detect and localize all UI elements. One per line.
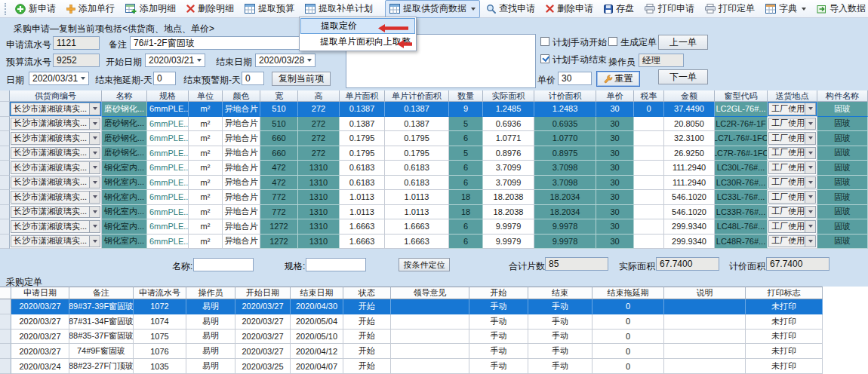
filter-spec-input[interactable] — [306, 258, 366, 271]
column-header-领导意见[interactable]: 领导意见 — [391, 287, 469, 299]
delivery-location-combo[interactable]: 工厂使用 — [768, 147, 816, 160]
start-date-combo[interactable]: 2020/03/21 — [145, 54, 205, 67]
end-delay-field[interactable]: 0 — [153, 72, 176, 85]
delivery-location-combo[interactable]: 工厂使用 — [768, 161, 816, 174]
supplier-combo[interactable]: 长沙市潇湘玻璃实... — [11, 220, 100, 233]
column-header-结束日期[interactable]: 结束日期 — [291, 287, 343, 299]
table-row[interactable]: 长沙市潇湘玻璃实...钢化室内...6mmPLE...m²异地合片7721310… — [0, 205, 868, 220]
next-order-button[interactable]: 下一单 — [658, 69, 708, 84]
supplier-combo[interactable]: 长沙市潇湘玻璃实... — [11, 191, 100, 204]
supplier-combo[interactable]: 长沙市潇湘玻璃实... — [11, 176, 100, 189]
reset-button[interactable]: 重置 — [596, 71, 640, 87]
toolbar-button-存盘[interactable]: 存盘 — [599, 0, 639, 18]
column-header-单片计价面积[interactable]: 单片计价面积 — [385, 90, 449, 102]
delivery-location-combo[interactable]: 工厂使用 — [768, 132, 816, 145]
column-header-状态[interactable]: 状态 — [343, 287, 391, 299]
row-selector[interactable] — [0, 219, 10, 235]
row-selector[interactable] — [0, 176, 10, 191]
column-header-构件名称[interactable]: 构件名称 — [817, 90, 868, 102]
toolbar-button-打印定单[interactable]: 打印定单 — [700, 0, 759, 18]
filter-name-input[interactable] — [193, 258, 254, 271]
generate-order-checkbox[interactable] — [608, 37, 617, 46]
toolbar-button-导入数据[interactable]: 导入数据 — [812, 0, 868, 18]
toolbar-button-打印申请[interactable]: 打印申请 — [640, 0, 699, 18]
column-header-结束拖延期[interactable]: 结束拖延期 — [593, 287, 664, 299]
row-selector[interactable] — [0, 190, 10, 205]
toolbar-button-提取供货商数据[interactable]: 提取供货商数据 — [385, 0, 480, 18]
prev-order-button[interactable]: 上一单 — [658, 35, 708, 50]
row-selector[interactable] — [0, 131, 10, 146]
toolbar-button-查找申请[interactable]: 查找申请 — [482, 0, 540, 18]
table-row[interactable]: 2020/03/2488#23-27F门顶玻1035易明2020/03/2520… — [0, 359, 868, 374]
end-warn-field[interactable]: 0 — [242, 72, 264, 85]
date-combo[interactable]: 2020/03/31 — [29, 72, 89, 85]
table-row[interactable]: 2020/03/2789#37-39F窗固玻1072易明2020/03/2720… — [0, 299, 868, 314]
column-header-数量[interactable]: 数量 — [449, 90, 483, 102]
row-selector[interactable] — [0, 205, 10, 220]
supplier-combo[interactable]: 长沙市潇湘玻璃实... — [11, 132, 100, 145]
row-selector[interactable] — [0, 235, 10, 250]
delivery-location-combo[interactable]: 工厂使用 — [768, 103, 816, 115]
table-row[interactable]: 2020/03/2774#9F窗固玻1076易明2020/03/272020/0… — [0, 344, 868, 359]
column-header-税率[interactable]: 税率 — [634, 90, 664, 102]
toolbar-button-删除明细[interactable]: 删除明细 — [182, 0, 239, 18]
column-header-说明[interactable]: 说明 — [664, 287, 746, 299]
table-row[interactable]: 长沙市潇湘玻璃实...磨砂钢化...6mmPLE...m²异地合片5102720… — [0, 117, 868, 132]
table-row[interactable]: 长沙市潇湘玻璃实...钢化室内...6mmPLE...m²异地合片1272131… — [0, 219, 868, 235]
delivery-location-combo[interactable]: 工厂使用 — [768, 176, 816, 189]
plan-manual-start-checkbox[interactable] — [540, 37, 549, 46]
column-header-操作员[interactable]: 操作员 — [186, 287, 235, 299]
plan-manual-end-checkbox[interactable] — [540, 54, 549, 63]
delivery-location-combo[interactable]: 工厂使用 — [768, 206, 816, 219]
supplier-combo[interactable]: 长沙市潇湘玻璃实... — [11, 206, 100, 219]
column-header-窗型代码[interactable]: 窗型代码 — [715, 90, 768, 102]
delivery-location-combo[interactable]: 工厂使用 — [768, 235, 816, 248]
column-header-宽[interactable]: 宽 — [260, 90, 298, 102]
column-header-申请流水号[interactable]: 申请流水号 — [134, 287, 186, 299]
row-selector[interactable] — [0, 359, 11, 374]
supplier-combo[interactable]: 长沙市潇湘玻璃实... — [11, 147, 100, 160]
column-header-金额[interactable]: 金额 — [664, 90, 715, 102]
row-selector[interactable] — [0, 314, 11, 330]
delivery-location-combo[interactable]: 工厂使用 — [768, 118, 816, 130]
locate-by-condition-button[interactable]: 按条件定位 — [399, 258, 450, 271]
supplier-combo[interactable]: 长沙市潇湘玻璃实... — [11, 161, 100, 174]
table-row[interactable]: 长沙市潇湘玻璃实...磨砂钢化...6mmPLE...m²异地合片5102720… — [0, 102, 868, 117]
row-selector[interactable] — [0, 102, 10, 117]
table-row[interactable]: 长沙市潇湘玻璃实...钢化室内...6mmPLE...m²异地合片7721310… — [0, 190, 868, 205]
column-header-送货地点[interactable]: 送货地点 — [768, 90, 817, 102]
budget-no-field[interactable]: 9252 — [53, 54, 100, 67]
column-header-计价面积[interactable]: 计价面积 — [534, 90, 596, 102]
supplier-combo[interactable]: 长沙市潇湘玻璃实... — [11, 103, 100, 115]
supplier-combo[interactable]: 长沙市潇湘玻璃实... — [11, 118, 100, 130]
table-row[interactable]: 2020/03/2787#31-34F窗固玻1074易明2020/03/2720… — [0, 314, 868, 330]
toolbar-button-添加单行[interactable]: 添加单行 — [62, 0, 119, 18]
toolbar-button-新申请[interactable]: 新申请 — [11, 0, 60, 18]
column-header-开始日期[interactable]: 开始日期 — [235, 287, 291, 299]
row-selector[interactable] — [0, 330, 11, 345]
table-row[interactable]: 长沙市潇湘玻璃实...钢化室内...6mmPLE...m²异地合片1272131… — [0, 235, 868, 250]
column-header-单价[interactable]: 单价 — [596, 90, 634, 102]
row-selector[interactable] — [0, 117, 10, 132]
column-header-单位[interactable]: 单位 — [189, 90, 223, 102]
supplier-combo[interactable]: 长沙市潇湘玻璃实... — [11, 235, 100, 248]
operator-field[interactable]: 经理 — [639, 54, 684, 67]
menu-item-提取单片面积向上取整[interactable]: 提取单片面积向上取整 — [300, 34, 415, 50]
copy-current-button[interactable]: 复制当前项 — [272, 72, 331, 86]
delivery-location-combo[interactable]: 工厂使用 — [768, 191, 816, 204]
column-header-规格[interactable]: 规格 — [147, 90, 189, 102]
menu-item-提取定价[interactable]: 提取定价 — [300, 18, 415, 34]
table-row[interactable]: 长沙市潇湘玻璃实...钢化室内...6mmPLE...m²异地合片4721310… — [0, 176, 868, 191]
row-selector[interactable] — [0, 299, 11, 314]
table-row[interactable]: 长沙市潇湘玻璃实...磨砂钢化...6mmPLE...m²异地合片6602720… — [0, 131, 868, 146]
toolbar-button-字典[interactable]: 字典 — [761, 0, 811, 18]
column-header-颜色[interactable]: 颜色 — [223, 90, 260, 102]
unit-price-field[interactable]: 30 — [558, 72, 592, 85]
toolbar-button-删除申请[interactable]: 删除申请 — [541, 0, 598, 18]
column-header-单片面积[interactable]: 单片面积 — [340, 90, 385, 102]
column-header-结束[interactable]: 结束 — [528, 287, 593, 299]
end-date-combo[interactable]: 2020/03/28 — [255, 54, 315, 67]
toolbar-button-添加明细[interactable]: 添加明细 — [121, 0, 180, 18]
table-row[interactable]: 长沙市潇湘玻璃实...磨砂钢化...6mmPLE...m²异地合片6602720… — [0, 146, 868, 161]
column-header-开始[interactable]: 开始 — [469, 287, 528, 299]
